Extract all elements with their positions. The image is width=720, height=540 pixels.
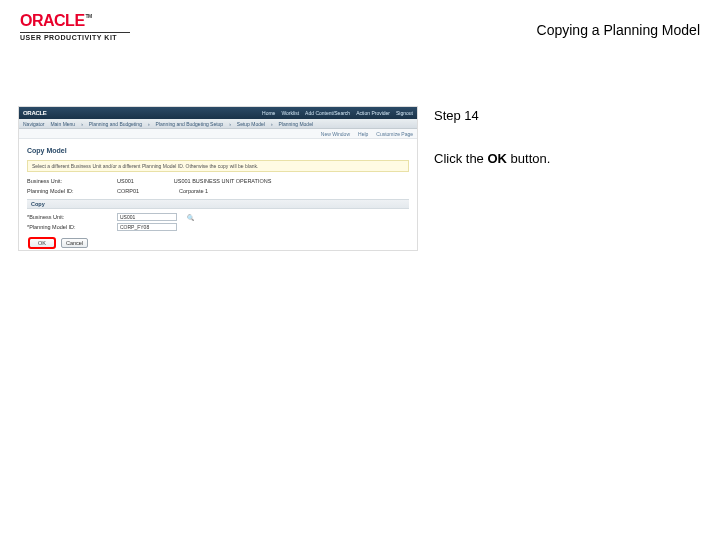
ss-top-link: Worklist <box>281 110 299 116</box>
ss-top-link: Signout <box>396 110 413 116</box>
sub-brand-text: USER PRODUCTIVITY KIT <box>20 34 130 41</box>
ss-nav-item: Navigator <box>23 121 44 127</box>
ok-button[interactable]: OK <box>29 238 55 248</box>
ss-label: *Business Unit: <box>27 214 107 220</box>
header-bar: ORACLE TM USER PRODUCTIVITY KIT Copying … <box>0 0 720 56</box>
document-title: Copying a Planning Model <box>537 22 700 38</box>
ss-nav-item: Setup Model <box>237 121 265 127</box>
instruction-bold: OK <box>487 151 507 166</box>
ss-nav-item: Planning Model <box>279 121 313 127</box>
instruction-panel: Step 14 Click the OK button. <box>434 106 708 251</box>
instruction-prefix: Click the <box>434 151 487 166</box>
instruction-suffix: button. <box>507 151 550 166</box>
ss-brand: ORACLE <box>23 110 47 116</box>
planning-model-id-input[interactable]: CORP_FY08 <box>117 223 177 231</box>
ss-value-desc: US001 BUSINESS UNIT OPERATIONS <box>174 178 272 184</box>
ss-nav-item: Main Menu <box>50 121 75 127</box>
content-row: ORACLE Home Worklist Add Content/Search … <box>0 56 720 251</box>
ss-sub-link: Customize Page <box>376 131 413 137</box>
business-unit-input[interactable]: US001 <box>117 213 177 221</box>
brand-block: ORACLE TM USER PRODUCTIVITY KIT <box>20 12 130 41</box>
ss-top-link: Action Provider <box>356 110 390 116</box>
ss-readonly-row: Planning Model ID: CORP01 Corporate 1 <box>27 186 409 196</box>
ss-sub-link: Help <box>358 131 368 137</box>
ss-label: Business Unit: <box>27 178 107 184</box>
ss-label: Planning Model ID: <box>27 188 107 194</box>
ss-readonly-row: Business Unit: US001 US001 BUSINESS UNIT… <box>27 176 409 186</box>
ss-top-header: ORACLE Home Worklist Add Content/Search … <box>19 107 417 119</box>
ss-input-row: *Planning Model ID: CORP_FY08 <box>27 222 409 232</box>
ss-subbar: New Window Help Customize Page <box>19 129 417 139</box>
ss-sub-link: New Window <box>321 131 350 137</box>
lookup-icon[interactable]: 🔍 <box>187 214 194 221</box>
ss-section-header: Copy <box>27 199 409 209</box>
ss-tip-box: Select a different Business Unit and/or … <box>27 160 409 172</box>
step-number: Step 14 <box>434 108 708 123</box>
ss-value: CORP01 <box>117 188 139 194</box>
ss-page-title: Copy Model <box>27 147 409 154</box>
logo-divider <box>20 32 130 33</box>
ss-input-row: *Business Unit: US001 🔍 <box>27 212 409 222</box>
ss-value-desc: Corporate 1 <box>179 188 208 194</box>
ss-value: US001 <box>117 178 134 184</box>
chevron-right-icon: › <box>229 121 231 127</box>
chevron-right-icon: › <box>148 121 150 127</box>
ss-nav-item: Planning and Budgeting Setup <box>156 121 224 127</box>
ss-body: Copy Model Select a different Business U… <box>19 139 417 251</box>
oracle-logo: ORACLE TM <box>20 12 130 30</box>
brand-text: ORACLE <box>20 12 85 30</box>
trademark-icon: TM <box>86 13 92 19</box>
ss-top-link: Home <box>262 110 275 116</box>
chevron-right-icon: › <box>81 121 83 127</box>
ss-button-row: OK Cancel <box>27 238 409 248</box>
step-instruction: Click the OK button. <box>434 151 708 166</box>
ss-nav-item: Planning and Budgeting <box>89 121 142 127</box>
embedded-screenshot: ORACLE Home Worklist Add Content/Search … <box>18 106 418 251</box>
cancel-button[interactable]: Cancel <box>61 238 88 248</box>
ss-breadcrumb: Navigator Main Menu › Planning and Budge… <box>19 119 417 129</box>
ss-top-link: Add Content/Search <box>305 110 350 116</box>
ss-label: *Planning Model ID: <box>27 224 107 230</box>
chevron-right-icon: › <box>271 121 273 127</box>
